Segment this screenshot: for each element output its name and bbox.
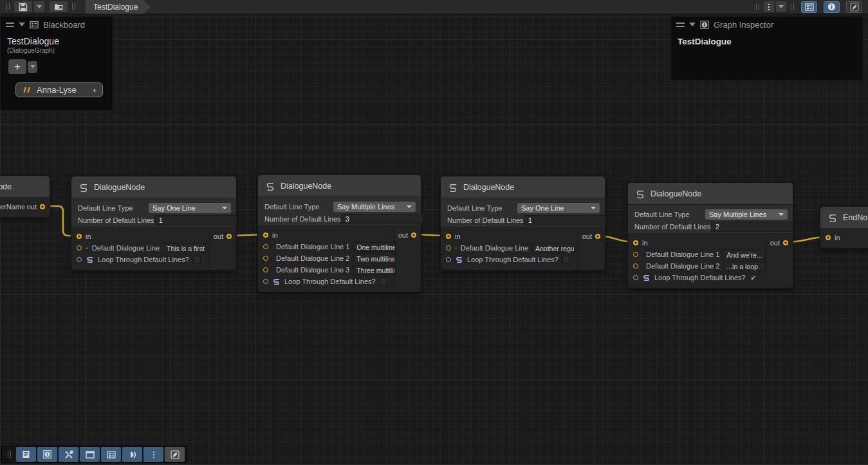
count-input[interactable]: 2 [711,222,793,232]
line-text-input[interactable]: And we're... [723,250,766,260]
chevron-left-icon[interactable]: ‹ [93,85,96,95]
line-text-input[interactable]: ...in a loop [723,261,766,271]
save-button[interactable] [14,1,32,12]
transition-button[interactable] [122,447,142,462]
line-type-dropdown[interactable]: Say Multiple Lines [333,202,416,212]
port-label: Default Dialogue Line [461,244,528,252]
loop-port[interactable] [263,279,268,284]
input-port[interactable] [446,234,451,239]
info-icon [700,21,709,29]
blackboard-button[interactable] [101,447,121,462]
loop-icon [86,256,94,263]
line-port[interactable] [446,245,451,251]
output-port[interactable] [226,234,232,239]
count-input[interactable]: 1 [154,215,237,225]
notes-button[interactable] [16,447,36,462]
port-label: Default Dialogue Line 1 [276,243,349,251]
toolbar-drag-handle[interactable] [6,3,10,10]
input-port[interactable] [77,234,82,239]
loop-port[interactable] [633,275,638,280]
collapse-triangle-icon[interactable] [689,23,696,26]
line-text-input[interactable]: Two multiline [353,254,396,263]
loop-icon [455,256,463,263]
minimap-toggle-button[interactable] [846,1,862,13]
prop-label: Number of Default Lines [78,216,154,224]
quote-icon [23,86,31,93]
input-port[interactable] [633,240,638,245]
toolbar-drag-handle[interactable] [791,3,794,10]
line-port[interactable] [77,245,82,251]
load-button[interactable] [50,1,68,12]
loop-checkbox[interactable]: ✓ [750,274,757,281]
output-port[interactable] [411,232,416,238]
loop-checkbox[interactable] [193,256,201,263]
output-port[interactable] [40,204,45,209]
input-port[interactable] [826,235,831,240]
chevron-down-icon [30,65,35,68]
prop-label: Default Line Type [634,211,689,218]
prop-label: Default Line Type [78,204,133,212]
dialogue-node-2[interactable]: DialogueNode Default Line Type Say Multi… [257,175,421,292]
loop-port[interactable] [77,257,82,262]
output-port[interactable] [595,234,600,239]
dialogue-node-3[interactable]: DialogueNode Default Line Type Say One L… [440,176,605,270]
window-button[interactable] [80,447,100,462]
loop-checkbox[interactable] [380,278,387,285]
line-port[interactable] [263,256,268,261]
top-toolbar: TestDialogue [0,0,868,14]
blackboard-toggle-button[interactable] [801,1,817,13]
count-input[interactable]: 1 [524,215,606,225]
dropdown-caret-icon [779,213,784,216]
node-title-label: DialogueNode [651,189,701,198]
panel-drag-icon[interactable] [676,23,685,27]
dropdown-caret-icon [407,205,412,208]
inspector-selection: TestDialogue [671,32,863,51]
graph-tab[interactable]: TestDialogue [86,0,151,14]
dialogue-node-1[interactable]: DialogueNode Default Line Type Say One L… [71,176,237,270]
tools-button[interactable] [59,447,78,462]
port-label: Loop Through Default Lines? [467,256,559,263]
output-port[interactable] [783,240,788,245]
flow-icon [448,183,458,192]
dropdown-caret-icon [222,207,227,209]
port-label: out [770,239,780,247]
line-text-input[interactable]: One multiline [353,242,396,252]
line-type-dropdown[interactable]: Say One Line [149,203,231,213]
bottom-toolbar [1,446,187,463]
line-text-input[interactable]: Another regu [532,243,575,253]
overflow-menu-button[interactable] [764,1,774,12]
line-port[interactable] [263,244,268,249]
line-text-input[interactable]: Three multilin [353,265,396,275]
end-node[interactable]: EndNode in [820,206,868,249]
more-options-button[interactable] [143,447,163,462]
line-type-dropdown[interactable]: Say One Line [517,203,600,213]
panel-drag-icon[interactable] [6,23,14,27]
toolbar-drag-handle[interactable] [72,3,75,10]
save-dropdown-button[interactable] [34,1,44,12]
info-button[interactable] [37,447,57,462]
port-label: in [272,231,278,239]
line-port[interactable] [633,263,638,269]
input-port[interactable] [263,232,268,238]
line-port[interactable] [633,252,638,257]
add-property-button[interactable]: + [8,59,26,74]
start-node[interactable]: Node kerName out [0,175,50,218]
line-text-input[interactable]: This is a first [163,243,206,253]
toolbar-drag-handle[interactable] [756,3,759,10]
count-input[interactable]: 3 [341,214,423,224]
line-type-dropdown[interactable]: Say Multiple Lines [705,209,788,220]
port-label: Default Dialogue Line 2 [646,262,719,270]
loop-checkbox[interactable] [562,256,570,263]
loop-port[interactable] [446,257,451,262]
flow-icon [265,182,275,191]
blackboard-property-anna-lyse[interactable]: Anna-Lyse ‹ [15,82,103,97]
port-label: out [398,231,408,239]
dialogue-node-4[interactable]: DialogueNode Default Line Type Say Multi… [627,182,793,289]
inspector-toggle-button[interactable] [824,1,840,13]
overflow-dropdown-button[interactable] [776,1,786,12]
line-port[interactable] [263,267,268,272]
toolbar-drag-handle[interactable] [8,451,11,458]
collapse-triangle-icon[interactable] [19,23,25,26]
minimap-button[interactable] [165,447,185,462]
add-property-dropdown[interactable] [28,61,37,73]
